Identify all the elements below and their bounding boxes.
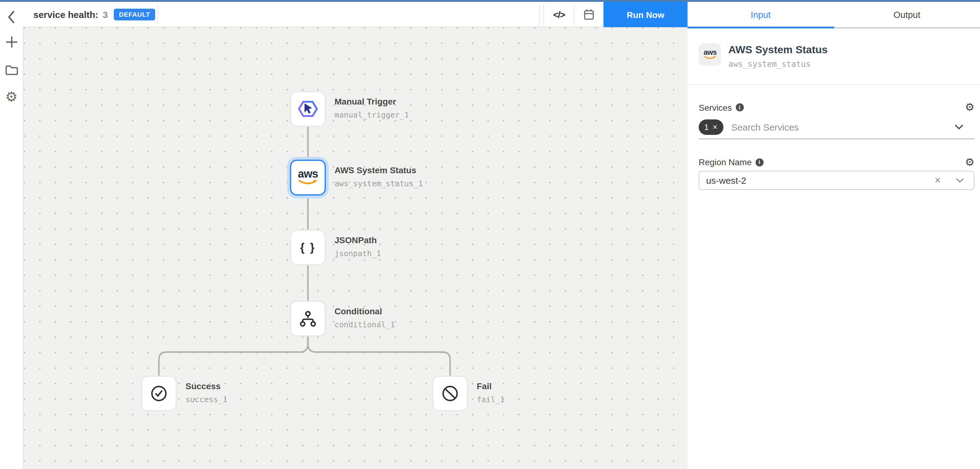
aws-logo-text: aws [703, 48, 716, 56]
node-id: fail_1 [477, 395, 613, 404]
browser-accent-strip [0, 0, 980, 2]
aws-logo-icon: aws [702, 48, 718, 61]
node-title: AWS System Status [334, 165, 471, 175]
node-id: conditional_1 [334, 320, 471, 329]
node-success: Success success_1 [141, 376, 177, 412]
chevron-down-icon[interactable] [956, 171, 964, 190]
add-button[interactable] [0, 32, 23, 53]
info-icon[interactable]: i [755, 158, 763, 166]
tag-count: 1 [704, 122, 709, 131]
panel-node-header: aws AWS System Status aws_system_status [699, 43, 974, 69]
workflow-title: service health: [33, 9, 98, 19]
back-button[interactable] [0, 6, 23, 27]
node-fail-box[interactable] [432, 376, 468, 412]
schedule-button[interactable] [574, 2, 603, 27]
folder-button[interactable] [0, 59, 23, 80]
services-placeholder: Search Services [731, 121, 799, 132]
inspector-panel: Input Output aws AWS System Status aws_s… [687, 2, 980, 469]
info-icon[interactable]: i [735, 103, 743, 112]
node-id: manual_trigger_1 [334, 110, 471, 120]
region-field-header: Region Name i ⚙ [699, 156, 974, 168]
manual-trigger-icon [298, 99, 318, 119]
chevron-down-icon[interactable] [955, 124, 963, 129]
workflow-title-group: service health: 3 DEFAULT [33, 2, 155, 27]
node-fail: Fail fail_1 [432, 376, 468, 412]
tag-remove-icon[interactable]: ✕ [712, 123, 718, 130]
region-input-wrap: ✕ [699, 171, 974, 190]
code-icon: </> [553, 9, 565, 19]
services-underline [699, 138, 974, 139]
node-title: Fail [477, 381, 613, 391]
node-type-tile: aws [699, 43, 721, 65]
field-settings-gear-icon[interactable]: ⚙ [965, 157, 975, 168]
node-jsonpath: { } JSONPath jsonpath_1 [290, 230, 326, 265]
panel-tabs: Input Output [687, 2, 980, 29]
run-count: 3 [103, 9, 108, 19]
calendar-icon [583, 8, 594, 20]
node-success-box[interactable] [141, 376, 177, 412]
tab-output[interactable]: Output [834, 2, 980, 27]
divider [158, 4, 158, 26]
node-jsonpath-box[interactable]: { } [290, 230, 326, 265]
divider [539, 4, 540, 26]
branch-icon [299, 309, 317, 328]
node-aws-system-status-box[interactable]: aws [290, 160, 326, 196]
braces-icon: { } [300, 241, 316, 254]
node-title: Conditional [334, 306, 471, 316]
settings-button[interactable]: ⚙ [0, 87, 23, 108]
node-conditional: Conditional conditional_1 [290, 301, 326, 337]
node-id: aws_system_status_1 [334, 179, 471, 188]
panel-node-title: AWS System Status [729, 45, 827, 56]
run-now-label: Run Now [627, 10, 664, 19]
node-conditional-box[interactable] [290, 301, 326, 337]
aws-logo-icon: aws [294, 166, 321, 189]
run-now-button[interactable]: Run Now [603, 2, 687, 27]
node-title: Manual Trigger [334, 97, 471, 107]
plus-icon [5, 36, 18, 48]
back-chevron-icon [8, 10, 16, 24]
check-circle-icon [150, 384, 168, 403]
panel-node-subtitle: aws_system_status [729, 59, 827, 69]
node-aws-system-status: aws AWS System Status aws_system_status_… [290, 160, 326, 196]
gear-icon: ⚙ [5, 90, 18, 104]
node-manual-trigger-box[interactable] [290, 91, 326, 127]
node-id: jsonpath_1 [334, 249, 471, 258]
tab-input[interactable]: Input [687, 2, 834, 27]
folder-icon [5, 64, 18, 75]
field-settings-gear-icon[interactable]: ⚙ [965, 102, 975, 113]
region-label: Region Name [699, 157, 751, 167]
code-view-button[interactable]: </> [544, 2, 574, 27]
services-count-tag[interactable]: 1 ✕ [699, 119, 723, 135]
divider [687, 84, 980, 85]
workflow-builder-app: Manual Trigger manual_trigger_1 aws AWS … [0, 0, 980, 469]
default-badge: DEFAULT [114, 8, 155, 20]
header-bar: service health: 3 DEFAULT </> Run Now [0, 2, 687, 27]
services-select[interactable]: 1 ✕ Search Services [699, 119, 974, 135]
services-field-header: Services i ⚙ [699, 102, 974, 113]
aws-logo-text: aws [298, 168, 318, 180]
node-manual-trigger: Manual Trigger manual_trigger_1 [290, 91, 326, 127]
node-title: JSONPath [334, 235, 471, 245]
node-title: Success [186, 381, 321, 391]
prohibited-icon [441, 384, 460, 403]
clear-icon[interactable]: ✕ [934, 171, 941, 190]
node-id: success_1 [186, 395, 321, 404]
region-input[interactable] [699, 171, 974, 190]
services-label: Services [699, 102, 732, 112]
left-rail: ⚙ [0, 2, 23, 469]
